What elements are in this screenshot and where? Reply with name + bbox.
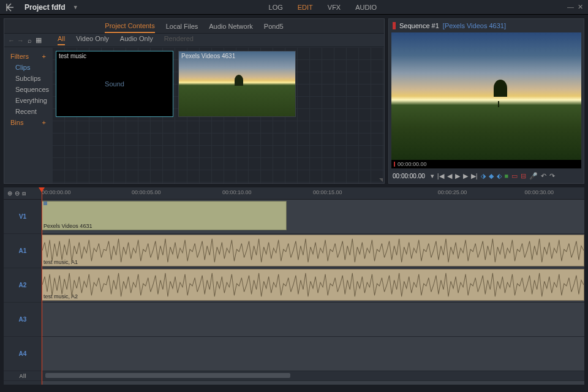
track-headers: V1 A1 A2 A3 A4 All: [4, 200, 42, 385]
ruler-tick: 00:00:10.00: [222, 189, 252, 195]
close-icon[interactable]: ✕: [578, 3, 583, 11]
nav-back-icon[interactable]: ←: [8, 37, 15, 44]
tab-project-contents[interactable]: Project Contents: [105, 20, 154, 33]
project-title: Project fdfd: [24, 3, 66, 12]
timecode-dropdown-icon[interactable]: ▾: [431, 172, 434, 180]
sidebar-item-clips[interactable]: Clips: [7, 62, 50, 73]
track-header-a2[interactable]: A2: [4, 268, 42, 303]
tab-pond5[interactable]: Pond5: [264, 20, 284, 32]
viewer-scrubber[interactable]: 00:00:00.00: [391, 160, 581, 168]
sidebar-item-everything[interactable]: Everything: [7, 95, 50, 106]
tab-audio-network[interactable]: Audio Network: [209, 20, 253, 32]
goto-start-icon[interactable]: |◀: [437, 172, 444, 180]
waveform: [42, 270, 584, 300]
track-header-v1[interactable]: V1: [4, 200, 42, 234]
overwrite-icon[interactable]: ▭: [511, 172, 518, 180]
tab-edit[interactable]: EDIT: [298, 4, 313, 11]
clip-thumbnail-audio[interactable]: test music Sound: [56, 51, 173, 117]
audio-clip-a2[interactable]: test music, A2: [42, 269, 584, 301]
filter-rendered: Rendered: [164, 35, 194, 45]
bins-header: Bins +: [7, 117, 50, 128]
tab-log[interactable]: LOG: [269, 4, 283, 11]
search-icon[interactable]: ⌕: [28, 37, 32, 44]
marker-icon[interactable]: ◆: [489, 172, 494, 180]
clip-marker-icon: [43, 202, 47, 205]
nav-forward-icon[interactable]: →: [17, 37, 24, 44]
tab-audio[interactable]: AUDIO: [355, 4, 377, 11]
audio-clip-a1[interactable]: test music, A1: [42, 235, 584, 266]
media-grid: test music Sound Pexels Videos 4631: [52, 47, 384, 183]
insert-icon[interactable]: ■: [505, 172, 509, 179]
filter-all[interactable]: All: [58, 35, 65, 45]
scrubber-playhead-icon[interactable]: [394, 162, 395, 167]
clip-label: test music: [59, 53, 86, 59]
track-header-all[interactable]: All: [4, 371, 42, 381]
sidebar-item-recent[interactable]: Recent: [7, 106, 50, 117]
track-header-a3[interactable]: A3: [4, 303, 42, 337]
track-all[interactable]: [42, 371, 584, 381]
filters-label: Filters: [10, 53, 29, 60]
sequence-marker-icon: [393, 22, 396, 29]
tab-local-files[interactable]: Local Files: [166, 20, 198, 32]
ruler-tick: 00:00:05.00: [132, 189, 161, 195]
filters-header: Filters +: [7, 51, 50, 62]
sidebar-item-sequences[interactable]: Sequences: [7, 84, 50, 95]
mic-icon[interactable]: 🎤: [529, 172, 538, 180]
redo-icon[interactable]: ↷: [549, 172, 555, 180]
play-icon[interactable]: ▶: [455, 172, 460, 180]
minimize-icon[interactable]: —: [567, 3, 574, 11]
back-icon[interactable]: [5, 2, 15, 12]
grid-view-icon[interactable]: ▦: [36, 36, 42, 44]
track-a4[interactable]: [42, 337, 584, 371]
snap-icon[interactable]: ⧈: [22, 190, 26, 197]
timeline-tracks: V1 A1 A2 A3 A4 All Pexels Videos 4631 t: [4, 200, 584, 385]
add-filter-icon[interactable]: +: [42, 53, 46, 60]
ruler-tick: 00:00:00.00: [42, 189, 71, 195]
timeline-scrollbar[interactable]: [45, 373, 290, 378]
ruler-tick: 00:00:25.00: [438, 189, 467, 195]
zoom-out-icon[interactable]: ⊖: [15, 190, 20, 197]
media-toolbar: ← → ⌕ ▦ All Video Only Audio Only Render…: [4, 34, 384, 47]
timeline-ruler[interactable]: ⊕ ⊖ ⧈ 00:00:00.00 00:00:05.00 00:00:10.0…: [4, 187, 584, 200]
track-a2[interactable]: test music, A2: [42, 268, 584, 303]
add-bin-icon[interactable]: +: [42, 119, 46, 126]
goto-end-icon[interactable]: ▶|: [471, 172, 478, 180]
top-bar: Project fdfd ▼ LOG EDIT VFX AUDIO — ✕: [0, 0, 588, 15]
out-point-icon[interactable]: ⬖: [497, 172, 502, 180]
workspace-tabs: LOG EDIT VFX AUDIO: [269, 4, 377, 11]
video-clip[interactable]: Pexels Videos 4631: [42, 201, 287, 230]
viewer-timecode: 00:00:00.00: [393, 173, 425, 179]
filter-audio-only[interactable]: Audio Only: [120, 35, 153, 45]
timeline-panel: ⊕ ⊖ ⧈ 00:00:00.00 00:00:05.00 00:00:10.0…: [0, 187, 588, 388]
media-tabs: Project Contents Local Files Audio Netwo…: [4, 19, 384, 34]
filter-video-only[interactable]: Video Only: [76, 35, 109, 45]
step-back-icon[interactable]: ◀: [447, 172, 452, 180]
track-header-a1[interactable]: A1: [4, 234, 42, 268]
project-dropdown-icon[interactable]: ▼: [73, 4, 78, 10]
track-a1[interactable]: test music, A1: [42, 234, 584, 268]
viewer-display[interactable]: [391, 32, 581, 160]
ruler-tick: 00:00:30.00: [525, 189, 554, 195]
tab-vfx[interactable]: VFX: [328, 4, 341, 11]
media-sidebar: Filters + Clips Subclips Sequences Every…: [4, 47, 52, 183]
sidebar-item-subclips[interactable]: Subclips: [7, 73, 50, 84]
media-panel: Project Contents Local Files Audio Netwo…: [4, 18, 385, 184]
ruler-ticks: 00:00:00.00 00:00:05.00 00:00:10.00 00:0…: [42, 187, 584, 199]
in-point-icon[interactable]: ⬗: [481, 172, 486, 180]
clip-label: Pexels Videos 4631: [181, 53, 235, 59]
track-v1[interactable]: Pexels Videos 4631: [42, 200, 584, 234]
track-a3[interactable]: [42, 303, 584, 337]
waveform: [42, 235, 584, 266]
track-header-a4[interactable]: A4: [4, 337, 42, 371]
clip-thumbnail-video[interactable]: Pexels Videos 4631: [178, 51, 296, 117]
track-area[interactable]: Pexels Videos 4631 test music, A1 test m…: [42, 200, 584, 385]
sequence-name[interactable]: Sequence #1: [399, 22, 439, 29]
undo-icon[interactable]: ↶: [541, 172, 546, 180]
scrubber-time: 00:00:00.00: [398, 161, 427, 167]
ruler-tick: 00:00:15.00: [313, 189, 342, 195]
replace-icon[interactable]: ⊟: [521, 172, 526, 180]
playhead[interactable]: [42, 187, 42, 385]
audio-clip-label: test music, A1: [43, 259, 78, 265]
step-forward-icon[interactable]: ▶: [463, 172, 468, 180]
zoom-in-icon[interactable]: ⊕: [7, 190, 12, 197]
